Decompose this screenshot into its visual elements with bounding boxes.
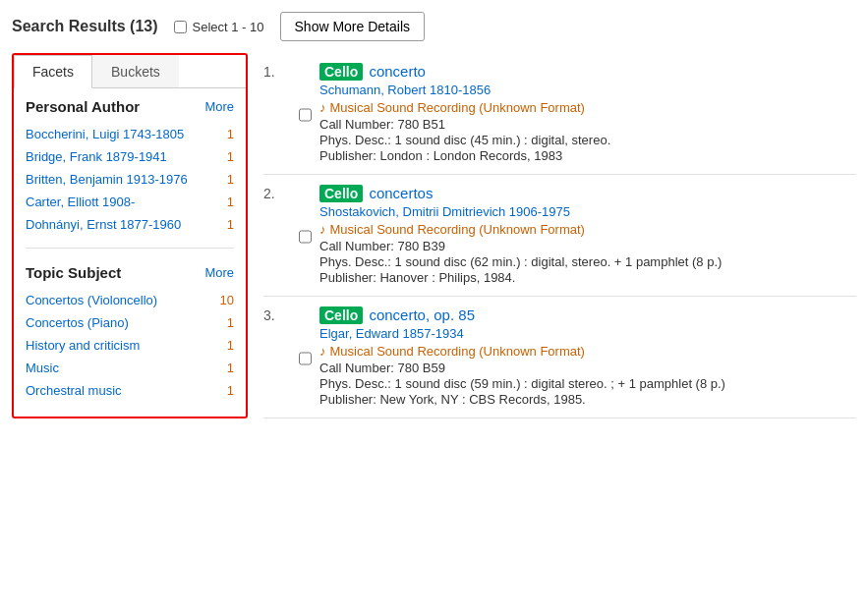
result-format: ♪ Musical Sound Recording (Unknown Forma… — [319, 100, 856, 115]
facet-link[interactable]: Concertos (Violoncello) — [26, 293, 157, 307]
results-list: 1. Cello concerto Schumann, Robert 1810-… — [263, 53, 856, 418]
facet-section-divider — [26, 248, 234, 249]
select-range-text: Select 1 - 10 — [193, 20, 264, 34]
personal-author-title: Personal Author — [26, 98, 140, 115]
result-call-number: Call Number: 780 B39 — [319, 239, 856, 253]
facet-count: 1 — [216, 315, 234, 330]
result-phys-desc: Phys. Desc.: 1 sound disc (62 min.) : di… — [319, 254, 856, 269]
cello-badge: Cello — [319, 306, 363, 324]
result-body: Cello concerto Schumann, Robert 1810-185… — [319, 63, 856, 164]
result-author: Elgar, Edward 1857-1934 — [319, 326, 856, 341]
facet-count: 1 — [216, 383, 234, 398]
facet-count: 1 — [216, 195, 234, 209]
result-phys-desc: Phys. Desc.: 1 sound disc (45 min.) : di… — [319, 133, 856, 147]
result-title-link[interactable]: concerto, op. 85 — [369, 306, 475, 323]
result-title-link[interactable]: concertos — [369, 185, 433, 201]
personal-author-section: Personal Author More Boccherini, Luigi 1… — [14, 88, 246, 242]
result-author-link[interactable]: Elgar, Edward 1857-1934 — [319, 326, 464, 341]
cello-badge: Cello — [319, 185, 363, 202]
result-author: Schumann, Robert 1810-1856 — [319, 83, 856, 97]
result-number: 1. — [263, 63, 291, 164]
list-item: Britten, Benjamin 1913-1976 1 — [26, 168, 234, 191]
facet-link[interactable]: Music — [26, 361, 59, 375]
personal-author-more-link[interactable]: More — [204, 99, 234, 114]
list-item: Boccherini, Luigi 1743-1805 1 — [26, 123, 234, 145]
result-checkbox[interactable] — [299, 309, 312, 408]
result-checkbox[interactable] — [299, 66, 312, 164]
facet-count: 1 — [216, 127, 234, 141]
result-author-link[interactable]: Shostakovich, Dmitrii Dmitrievich 1906-1… — [319, 204, 570, 219]
result-format: ♪ Musical Sound Recording (Unknown Forma… — [319, 222, 856, 237]
result-number: 2. — [263, 185, 291, 286]
result-title: Cello concerto — [319, 63, 856, 80]
result-title: Cello concertos — [319, 185, 856, 201]
facet-count: 10 — [216, 293, 234, 307]
facet-count: 1 — [216, 149, 234, 164]
result-publisher: Publisher: Hanover : Philips, 1984. — [319, 270, 856, 285]
facet-link[interactable]: Concertos (Piano) — [26, 315, 129, 330]
music-note-icon: ♪ — [319, 344, 326, 359]
facet-link[interactable]: Britten, Benjamin 1913-1976 — [26, 172, 188, 187]
result-format-text: Musical Sound Recording (Unknown Format) — [330, 222, 585, 237]
result-title: Cello concerto, op. 85 — [319, 306, 856, 323]
list-item: Bridge, Frank 1879-1941 1 — [26, 145, 234, 168]
list-item: Concertos (Violoncello) 10 — [26, 289, 234, 311]
facet-link[interactable]: Bridge, Frank 1879-1941 — [26, 149, 167, 164]
result-call-number: Call Number: 780 B51 — [319, 117, 856, 132]
facet-count: 1 — [216, 338, 234, 353]
result-number: 3. — [263, 306, 291, 408]
list-item: Music 1 — [26, 357, 234, 379]
result-author-link[interactable]: Schumann, Robert 1810-1856 — [319, 83, 491, 97]
result-publisher: Publisher: New York, NY : CBS Records, 1… — [319, 392, 856, 407]
music-note-icon: ♪ — [319, 100, 326, 115]
list-item: Dohnányi, Ernst 1877-1960 1 — [26, 213, 234, 236]
facet-link[interactable]: Dohnányi, Ernst 1877-1960 — [26, 217, 181, 232]
select-all-checkbox[interactable] — [174, 21, 187, 33]
cello-badge: Cello — [319, 63, 363, 81]
result-title-link[interactable]: concerto — [369, 63, 426, 80]
topic-subject-more-link[interactable]: More — [204, 265, 234, 280]
facet-count: 1 — [216, 172, 234, 187]
facet-link[interactable]: Carter, Elliott 1908- — [26, 195, 135, 209]
sidebar-facets-panel: Facets Buckets Personal Author More Bocc… — [12, 53, 248, 418]
table-row: 3. Cello concerto, op. 85 Elgar, Edward … — [263, 297, 856, 418]
result-author: Shostakovich, Dmitrii Dmitrievich 1906-1… — [319, 204, 856, 219]
sidebar-tabs: Facets Buckets — [14, 55, 246, 88]
result-body: Cello concerto, op. 85 Elgar, Edward 185… — [319, 306, 856, 408]
list-item: Orchestral music 1 — [26, 379, 234, 402]
table-row: 1. Cello concerto Schumann, Robert 1810-… — [263, 53, 856, 175]
topic-subject-section: Topic Subject More Concertos (Violoncell… — [14, 254, 246, 408]
show-more-details-button[interactable]: Show More Details — [280, 12, 426, 41]
table-row: 2. Cello concertos Shostakovich, Dmitrii… — [263, 175, 856, 297]
list-item: History and criticism 1 — [26, 334, 234, 357]
result-phys-desc: Phys. Desc.: 1 sound disc (59 min.) : di… — [319, 376, 856, 391]
facet-count: 1 — [216, 217, 234, 232]
result-checkbox[interactable] — [299, 188, 312, 286]
search-results-title: Search Results (13) — [12, 18, 158, 35]
facet-link[interactable]: History and criticism — [26, 338, 140, 353]
result-format-text: Musical Sound Recording (Unknown Format) — [330, 100, 585, 115]
list-item: Carter, Elliott 1908- 1 — [26, 191, 234, 213]
facet-link[interactable]: Orchestral music — [26, 383, 122, 398]
list-item: Concertos (Piano) 1 — [26, 311, 234, 334]
result-body: Cello concertos Shostakovich, Dmitrii Dm… — [319, 185, 856, 286]
tab-facets[interactable]: Facets — [14, 55, 92, 88]
result-publisher: Publisher: London : London Records, 1983 — [319, 148, 856, 163]
result-format: ♪ Musical Sound Recording (Unknown Forma… — [319, 344, 856, 359]
topic-subject-title: Topic Subject — [26, 264, 121, 281]
facet-count: 1 — [216, 361, 234, 375]
result-format-text: Musical Sound Recording (Unknown Format) — [330, 344, 585, 359]
facet-link[interactable]: Boccherini, Luigi 1743-1805 — [26, 127, 184, 141]
tab-buckets[interactable]: Buckets — [92, 55, 179, 87]
select-label: Select 1 - 10 — [174, 20, 264, 34]
result-call-number: Call Number: 780 B59 — [319, 361, 856, 375]
music-note-icon: ♪ — [319, 222, 326, 237]
